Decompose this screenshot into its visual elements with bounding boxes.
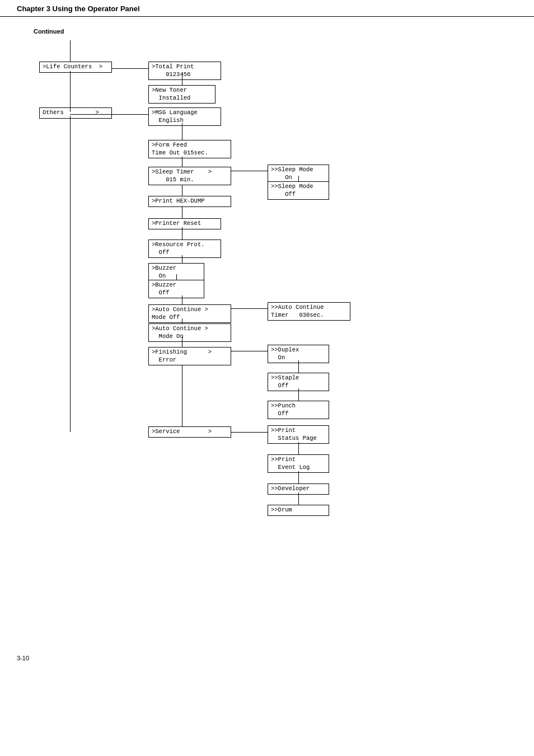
auto-continue-off-node: >Auto Continue >Mode Off [148,304,231,323]
auto-continue-timer-node: >>Auto ContinueTimer 030sec. [268,302,350,321]
drum-node: >>Drum [268,505,329,516]
chapter-title: Chapter 3 Using the Operator Panel [17,4,140,13]
finishing-node: >Finishing > Error [148,347,231,365]
msg-language-node: >MSG Language English [148,107,221,126]
buzzer-off-node: >Buzzer Off [148,280,204,298]
print-event-node: >>Print Event Log [268,454,329,473]
page-footer: 3-10 [17,655,29,661]
resource-prot-node: >Resource Prot. Off [148,240,221,258]
sleep-mode-off-node: >>Sleep Mode Off [268,181,329,200]
others-node: Others > [39,107,112,119]
print-status-node: >>Print Status Page [268,425,329,444]
total-print-node: >Total Print 0123456 [148,62,221,80]
new-toner-node: >New Toner Installed [148,85,216,104]
print-hex-node: >Print HEX-DUMP [148,196,231,207]
page-header: Chapter 3 Using the Operator Panel [0,0,534,17]
page-number: 3-10 [17,655,29,661]
sleep-timer-node: >Sleep Timer > 015 min. [148,167,231,185]
punch-off-node: >>Punch Off [268,401,329,419]
service-node: >Service > [148,426,231,438]
life-counters-node: >Life Counters > [39,62,112,73]
printer-reset-node: >Printer Reset [148,218,221,229]
diagram: >Life Counters > >Total Print 0123456 >N… [22,40,504,656]
auto-continue-on-node: >Auto Continue > Mode On [148,323,231,342]
form-feed-node: >Form FeedTime Out 015sec. [148,140,231,158]
page-content: Continued >Life Counters > >Total Print … [0,17,534,673]
continued-label: Continued [34,28,517,35]
